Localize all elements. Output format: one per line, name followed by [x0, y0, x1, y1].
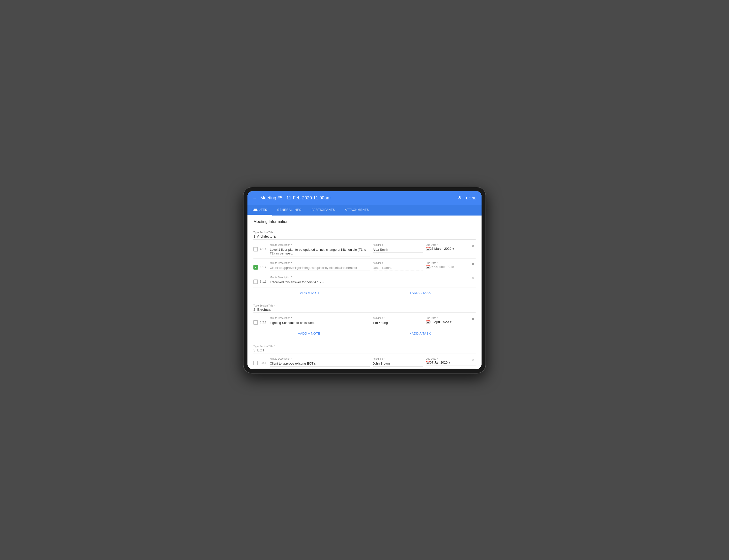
- due-date-wrapper-3-3-1[interactable]: 📅 07 Jan 2020 ▼: [426, 361, 476, 366]
- close-btn-3-3-1[interactable]: ✕: [470, 356, 475, 363]
- checkbox-1-2-1[interactable]: [254, 320, 258, 325]
- desc-label-4-1-2: Minute Description *: [270, 262, 370, 264]
- field-description-4-1-2: Minute Description * Client to approve l…: [270, 262, 370, 271]
- checkbox-4-1-1[interactable]: [254, 247, 258, 251]
- task-row-1-2-1: 1.2.1 Minute Description * Lighting Sche…: [254, 314, 475, 328]
- desc-value-1-2-1[interactable]: Lighting Schedule to be issued.: [270, 320, 370, 326]
- field-due-date-4-1-2: Due Date * 📅 25 October 2019: [426, 262, 476, 271]
- content-area: Meeting Information Type Section Title *…: [248, 216, 481, 369]
- calendar-icon-4-1-2: 📅: [426, 265, 430, 269]
- checkbox-3-3-1[interactable]: [254, 361, 258, 365]
- desc-value-4-1-1[interactable]: Level 1 floor plan to be updated to incl…: [270, 247, 370, 256]
- field-assignee-4-1-2: Assignee * Jason Kamha: [373, 262, 423, 271]
- section-3-title-label: Type Section Title *: [254, 345, 475, 348]
- desc-value-3-3-1[interactable]: Client to approve existing EOT's: [270, 361, 370, 367]
- assignee-label-3-3-1: Assignee *: [373, 357, 423, 360]
- field-assignee-3-3-1: Assignee * John Brown: [373, 357, 423, 367]
- due-date-text-4-1-1: 27 March 2020: [430, 247, 451, 250]
- desc-value-4-1-2[interactable]: Client to approve light fittings supplie…: [270, 265, 370, 271]
- header-title: Meeting #5 - 11-Feb-2020 11:00am: [260, 195, 331, 201]
- add-actions-section-2: +ADD A NOTE +ADD A TASK: [254, 328, 475, 339]
- dropdown-arrow-4-1-1: ▼: [452, 247, 455, 250]
- section-3-title-value[interactable]: 3. EOT: [254, 348, 475, 353]
- calendar-icon-1-2-1: 📅: [426, 320, 430, 324]
- section-2-title-row: Type Section Title * 2. Electrical: [254, 302, 475, 314]
- dropdown-arrow-1-2-1: ▼: [449, 320, 452, 324]
- section-3-title-row: Type Section Title * 3. EOT: [254, 343, 475, 354]
- task-fields-3-3-1: Minute Description * Client to approve e…: [270, 357, 475, 367]
- close-btn-5-1-1[interactable]: ✕: [470, 275, 475, 282]
- due-date-text-1-2-1: 13 April 2020: [430, 320, 449, 324]
- due-date-text-4-1-2: 25 October 2019: [430, 265, 454, 269]
- field-assignee-4-1-1: Assignee * Alex Smith: [373, 244, 423, 256]
- assignee-value-4-1-2[interactable]: Jason Kamha: [373, 265, 423, 271]
- task-number-3-3-1: 3.3.1: [260, 361, 268, 365]
- section-2-title-value[interactable]: 2. Electrical: [254, 308, 475, 313]
- add-note-btn-section-2[interactable]: +ADD A NOTE: [298, 332, 320, 335]
- nav-tabs: MINUTES GENERAL INFO PARTICIPANTS ATTACH…: [248, 205, 481, 216]
- tablet-screen: ← Meeting #5 - 11-Feb-2020 11:00am 👁 DON…: [248, 191, 481, 369]
- add-actions-section-1: +ADD A NOTE +ADD A TASK: [254, 287, 475, 298]
- tab-general-info[interactable]: GENERAL INFO: [272, 205, 307, 216]
- due-date-label-4-1-2: Due Date *: [426, 262, 476, 264]
- task-row-5-1-1: 5.1.1 Minute Description * I received th…: [254, 273, 475, 287]
- section-2-title-label: Type Section Title *: [254, 304, 475, 307]
- desc-label-3-3-1: Minute Description *: [270, 357, 370, 360]
- checkbox-4-1-2[interactable]: [254, 265, 258, 270]
- meeting-info-heading: Meeting Information: [254, 219, 475, 224]
- task-number-5-1-1: 5.1.1: [260, 280, 268, 283]
- field-due-date-1-2-1: Due Date * 📅 13 April 2020 ▼: [426, 317, 476, 326]
- field-assignee-1-2-1: Assignee * Tim Yeung: [373, 317, 423, 326]
- field-description-4-1-1: Minute Description * Level 1 floor plan …: [270, 244, 370, 256]
- tab-minutes[interactable]: MINUTES: [248, 205, 272, 216]
- back-arrow-icon[interactable]: ←: [253, 195, 257, 201]
- task-row-4-1-2: 4.1.2 Minute Description * Client to app…: [254, 259, 475, 273]
- due-date-wrapper-4-1-1[interactable]: 📅 27 March 2020 ▼: [426, 247, 476, 252]
- task-row-4-1-1: 4.1.1 Minute Description * Level 1 floor…: [254, 241, 475, 259]
- assignee-value-4-1-1[interactable]: Alex Smith: [373, 247, 423, 253]
- task-number-4-1-1: 4.1.1: [260, 248, 268, 251]
- close-btn-4-1-2[interactable]: ✕: [470, 261, 475, 267]
- add-task-btn-section-1[interactable]: +ADD A TASK: [409, 291, 431, 295]
- close-btn-1-2-1[interactable]: ✕: [470, 316, 475, 322]
- assignee-value-1-2-1[interactable]: Tim Yeung: [373, 320, 423, 326]
- section-1-title-value[interactable]: 1. Architectural: [254, 234, 475, 240]
- header-right: 👁 DONE: [458, 195, 476, 201]
- task-number-1-2-1: 1.2.1: [260, 321, 268, 324]
- eye-icon[interactable]: 👁: [458, 195, 462, 201]
- due-date-wrapper-1-2-1[interactable]: 📅 13 April 2020 ▼: [426, 320, 476, 325]
- section-1-title-row: Type Section Title * 1. Architectural: [254, 229, 475, 241]
- content-inner: Meeting Information Type Section Title *…: [248, 216, 481, 369]
- due-date-label-3-3-1: Due Date *: [426, 357, 476, 360]
- desc-label-4-1-1: Minute Description *: [270, 244, 370, 246]
- tab-attachments[interactable]: ATTACHMENTS: [340, 205, 374, 216]
- field-due-date-4-1-1: Due Date * 📅 27 March 2020 ▼: [426, 244, 476, 256]
- field-description-5-1-1: Minute Description * I received this ans…: [270, 276, 475, 285]
- tab-participants[interactable]: PARTICIPANTS: [307, 205, 340, 216]
- desc-label-5-1-1: Minute Description *: [270, 276, 475, 279]
- done-button[interactable]: DONE: [466, 196, 476, 200]
- calendar-icon-3-3-1: 📅: [426, 361, 430, 365]
- assignee-label-4-1-1: Assignee *: [373, 244, 423, 246]
- tablet-frame: ← Meeting #5 - 11-Feb-2020 11:00am 👁 DON…: [243, 187, 486, 373]
- section-1-title-label: Type Section Title *: [254, 231, 475, 234]
- field-description-1-2-1: Minute Description * Lighting Schedule t…: [270, 317, 370, 326]
- desc-value-5-1-1[interactable]: I received this answer for point 4.1.2 -: [270, 279, 475, 285]
- add-task-btn-section-2[interactable]: +ADD A TASK: [409, 332, 431, 335]
- task-fields-1-2-1: Minute Description * Lighting Schedule t…: [270, 317, 475, 326]
- task-number-4-1-2: 4.1.2: [260, 266, 268, 269]
- close-btn-4-1-1[interactable]: ✕: [470, 243, 475, 249]
- due-date-wrapper-4-1-2[interactable]: 📅 25 October 2019: [426, 265, 476, 270]
- task-fields-4-1-1: Minute Description * Level 1 floor plan …: [270, 244, 475, 256]
- due-date-label-1-2-1: Due Date *: [426, 317, 476, 319]
- field-description-3-3-1: Minute Description * Client to approve e…: [270, 357, 370, 367]
- add-note-btn-section-1[interactable]: +ADD A NOTE: [298, 291, 320, 295]
- field-due-date-3-3-1: Due Date * 📅 07 Jan 2020 ▼: [426, 357, 476, 367]
- header: ← Meeting #5 - 11-Feb-2020 11:00am 👁 DON…: [248, 191, 481, 205]
- desc-label-1-2-1: Minute Description *: [270, 317, 370, 319]
- task-fields-5-1-1: Minute Description * I received this ans…: [270, 276, 475, 285]
- assignee-label-1-2-1: Assignee *: [373, 317, 423, 319]
- checkbox-5-1-1[interactable]: [254, 280, 258, 284]
- header-left: ← Meeting #5 - 11-Feb-2020 11:00am: [253, 195, 331, 201]
- assignee-value-3-3-1[interactable]: John Brown: [373, 361, 423, 367]
